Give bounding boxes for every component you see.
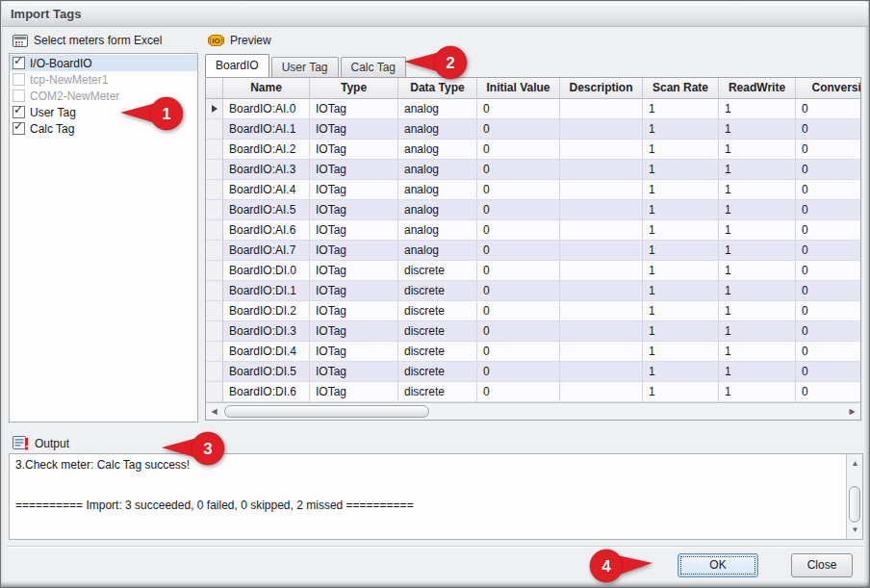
row-selector-cell[interactable] <box>206 382 223 402</box>
row-selector-cell[interactable] <box>206 119 223 140</box>
table-cell-initial-value[interactable]: 0 <box>477 281 560 301</box>
table-cell-data-type[interactable]: discrete <box>398 321 477 342</box>
row-selector-cell[interactable] <box>206 200 223 220</box>
col-header-scan-rate[interactable]: Scan Rate <box>643 78 719 99</box>
table-cell-description[interactable] <box>560 180 643 200</box>
table-cell-conversion[interactable]: 0 <box>796 140 861 160</box>
table-cell-read-write[interactable]: 1 <box>719 342 796 362</box>
table-cell-name[interactable]: BoardIO:AI.1 <box>223 119 310 140</box>
table-row[interactable]: BoardIO:AI.2IOTaganalog0110 <box>206 140 861 160</box>
table-cell-conversion[interactable]: 0 <box>796 321 861 342</box>
row-selector-cell[interactable] <box>206 220 223 241</box>
table-cell-description[interactable] <box>560 321 643 342</box>
table-cell-name[interactable]: BoardIO:AI.4 <box>223 180 310 200</box>
table-cell-name[interactable]: BoardIO:AI.0 <box>223 99 310 119</box>
table-cell-type[interactable]: IOTag <box>310 281 398 301</box>
meter-checkbox[interactable] <box>13 89 25 102</box>
table-cell-scan-rate[interactable]: 1 <box>643 362 719 382</box>
table-cell-initial-value[interactable]: 0 <box>477 160 560 180</box>
table-cell-conversion[interactable]: 0 <box>796 180 861 200</box>
table-cell-description[interactable] <box>560 382 643 402</box>
table-cell-type[interactable]: IOTag <box>310 140 398 160</box>
table-cell-description[interactable] <box>560 301 643 321</box>
table-cell-data-type[interactable]: analog <box>398 119 477 140</box>
table-cell-scan-rate[interactable]: 1 <box>643 200 719 220</box>
table-cell-initial-value[interactable]: 0 <box>477 241 560 261</box>
table-cell-data-type[interactable]: analog <box>398 140 477 160</box>
table-cell-description[interactable] <box>560 281 643 301</box>
table-cell-initial-value[interactable]: 0 <box>477 99 560 119</box>
table-cell-data-type[interactable]: analog <box>398 180 477 200</box>
meter-checkbox[interactable]: ✓ <box>13 106 25 118</box>
close-button[interactable]: Close <box>791 553 853 577</box>
table-cell-read-write[interactable]: 1 <box>719 261 796 281</box>
vertical-scroll-thumb[interactable] <box>849 486 860 523</box>
table-cell-name[interactable]: BoardIO:AI.3 <box>223 160 310 180</box>
table-cell-initial-value[interactable]: 0 <box>477 342 560 362</box>
table-cell-scan-rate[interactable]: 1 <box>643 220 719 241</box>
table-cell-type[interactable]: IOTag <box>310 220 398 241</box>
table-row[interactable]: BoardIO:DI.5IOTagdiscrete0110 <box>206 362 861 382</box>
table-row[interactable]: BoardIO:DI.6IOTagdiscrete0110 <box>206 382 861 402</box>
output-vertical-scrollbar[interactable]: ▲ ▼ <box>846 454 862 539</box>
row-selector-cell[interactable] <box>206 99 223 119</box>
table-row[interactable]: BoardIO:DI.1IOTagdiscrete0110 <box>206 281 861 301</box>
table-cell-description[interactable] <box>560 99 643 119</box>
table-cell-description[interactable] <box>560 342 643 362</box>
table-cell-initial-value[interactable]: 0 <box>477 140 560 160</box>
row-selector-cell[interactable] <box>206 281 223 301</box>
table-cell-read-write[interactable]: 1 <box>719 140 796 160</box>
table-cell-data-type[interactable]: discrete <box>398 342 477 362</box>
table-cell-conversion[interactable]: 0 <box>796 200 861 220</box>
table-row[interactable]: BoardIO:AI.4IOTaganalog0110 <box>206 180 861 200</box>
tab-calc-tag[interactable]: Calc Tag <box>341 57 406 77</box>
table-cell-conversion[interactable]: 0 <box>796 99 861 119</box>
table-cell-conversion[interactable]: 0 <box>796 342 861 362</box>
horizontal-scroll-thumb[interactable] <box>224 405 429 418</box>
table-cell-scan-rate[interactable]: 1 <box>643 241 719 261</box>
table-cell-type[interactable]: IOTag <box>310 301 398 321</box>
table-cell-name[interactable]: BoardIO:DI.0 <box>223 261 310 281</box>
table-cell-conversion[interactable]: 0 <box>796 119 861 140</box>
row-selector-cell[interactable] <box>206 180 223 200</box>
table-cell-read-write[interactable]: 1 <box>719 180 796 200</box>
table-cell-read-write[interactable]: 1 <box>719 362 796 382</box>
table-cell-read-write[interactable]: 1 <box>719 241 796 261</box>
table-cell-conversion[interactable]: 0 <box>796 281 861 301</box>
table-row[interactable]: BoardIO:AI.5IOTaganalog0110 <box>206 200 861 220</box>
table-cell-initial-value[interactable]: 0 <box>477 119 560 140</box>
table-cell-type[interactable]: IOTag <box>310 180 398 200</box>
table-cell-read-write[interactable]: 1 <box>719 301 796 321</box>
table-cell-data-type[interactable]: analog <box>398 241 477 261</box>
col-header-name[interactable]: Name <box>223 78 310 99</box>
table-row[interactable]: BoardIO:AI.0IOTaganalog0110 <box>206 99 861 119</box>
table-cell-initial-value[interactable]: 0 <box>477 200 560 220</box>
meter-checkbox[interactable]: ✓ <box>13 57 25 69</box>
table-cell-data-type[interactable]: discrete <box>398 281 477 301</box>
table-cell-description[interactable] <box>560 261 643 281</box>
col-header-readwrite[interactable]: ReadWrite <box>719 78 796 99</box>
row-selector-cell[interactable] <box>206 342 223 362</box>
table-row[interactable]: BoardIO:AI.3IOTaganalog0110 <box>206 160 861 180</box>
table-cell-read-write[interactable]: 1 <box>719 99 796 119</box>
table-cell-data-type[interactable]: discrete <box>398 362 477 382</box>
table-row[interactable]: BoardIO:AI.7IOTaganalog0110 <box>206 241 861 261</box>
table-cell-name[interactable]: BoardIO:AI.6 <box>223 220 310 241</box>
col-header-type[interactable]: Type <box>310 78 398 99</box>
table-cell-conversion[interactable]: 0 <box>796 382 861 402</box>
table-cell-type[interactable]: IOTag <box>310 321 398 342</box>
table-cell-type[interactable]: IOTag <box>310 241 398 261</box>
table-cell-name[interactable]: BoardIO:DI.5 <box>223 362 310 382</box>
table-cell-conversion[interactable]: 0 <box>796 261 861 281</box>
table-cell-name[interactable]: BoardIO:DI.6 <box>223 382 310 402</box>
table-cell-read-write[interactable]: 1 <box>719 220 796 241</box>
table-cell-type[interactable]: IOTag <box>310 99 398 119</box>
table-cell-description[interactable] <box>560 241 643 261</box>
table-cell-data-type[interactable]: analog <box>398 160 477 180</box>
table-cell-initial-value[interactable]: 0 <box>477 321 560 342</box>
table-cell-conversion[interactable]: 0 <box>796 362 861 382</box>
table-cell-description[interactable] <box>560 160 643 180</box>
table-cell-name[interactable]: BoardIO:DI.1 <box>223 281 310 301</box>
row-selector-cell[interactable] <box>206 301 223 321</box>
table-cell-data-type[interactable]: discrete <box>398 382 477 402</box>
